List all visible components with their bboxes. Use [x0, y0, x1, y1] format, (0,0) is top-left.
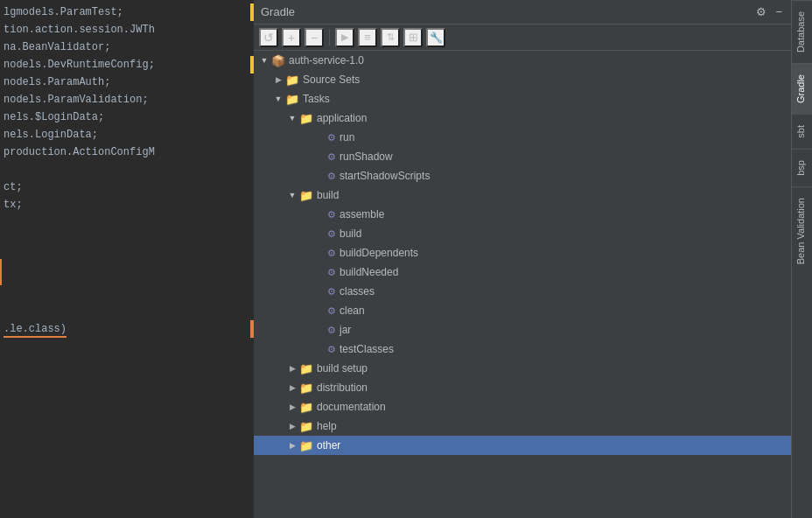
expand-arrow: ▶ [285, 438, 299, 452]
task-gear-icon: ⚙ [327, 209, 336, 220]
tree-item-label: build setup [317, 362, 368, 374]
code-line: nodels.ParamValidation; [0, 91, 254, 108]
tree-item-application[interactable]: ▼ 📁 application [254, 108, 791, 128]
run-button[interactable]: ▶ [335, 28, 354, 47]
task-gear-icon: ⚙ [327, 267, 336, 278]
yellow-marker [250, 56, 254, 74]
code-line: nels.LoginData; [0, 126, 254, 144]
code-line [0, 285, 254, 303]
gradle-panel: Gradle ⚙ − ↺ + − ▶ ≡ ⇅ ⊞ 🔧 ▼ 📦 auth-serv… [254, 0, 791, 518]
tree-item-label: run [340, 131, 354, 144]
code-line: tion.action.session.JWTh [0, 21, 254, 38]
tree-item-run[interactable]: ⚙ run [254, 128, 791, 147]
tree-item-documentation[interactable]: ▶ 📁 documentation [254, 397, 791, 416]
tree-item-label: startShadowScripts [340, 170, 430, 182]
tree-item-label: runShadow [340, 150, 393, 163]
tree-item-tasks[interactable]: ▼ 📁 Tasks [254, 89, 791, 108]
task-gear-icon: ⚙ [327, 248, 336, 259]
wrench-button[interactable]: 🔧 [426, 28, 445, 47]
refresh-button[interactable]: ↺ [259, 28, 278, 47]
task-gear-icon: ⚙ [327, 151, 336, 163]
tab-gradle[interactable]: Gradle [792, 63, 813, 114]
right-side-tabs: Database Gradle sbt bsp Bean Validation [791, 0, 812, 518]
tree-item-auth-service[interactable]: ▼ 📦 auth-service-1.0 [254, 51, 791, 70]
tree-item-help[interactable]: ▶ 📁 help [254, 416, 791, 436]
expand-arrow: ▶ [285, 381, 299, 395]
code-line [0, 248, 254, 266]
task-gear-icon: ⚙ [327, 132, 336, 144]
tab-database[interactable]: Database [792, 0, 813, 63]
tree-item-other[interactable]: ▶ 📁 other [254, 436, 791, 455]
tree-item-classes[interactable]: ⚙ classes [254, 282, 791, 301]
code-line: tx; [0, 196, 254, 214]
minimize-icon[interactable]: − [774, 4, 784, 20]
code-line: nodels.ParamAuth; [0, 74, 254, 91]
tree-item-runShadow[interactable]: ⚙ runShadow [254, 147, 791, 166]
expand-arrow: ▼ [271, 92, 285, 106]
tree-item-label: build [317, 189, 339, 201]
toolbar-separator [329, 30, 330, 46]
code-line: na.BeanValidator; [0, 38, 254, 56]
expand-arrow: ▼ [257, 53, 271, 67]
code-line: lgmodels.ParamTest; [0, 4, 254, 21]
code-line: nodels.DevRuntimeConfig; [0, 56, 254, 74]
task-gear-icon: ⚙ [327, 325, 336, 336]
tree-item-label: build [340, 228, 361, 240]
expand-arrow: ▼ [285, 188, 299, 202]
tree-item-build-folder[interactable]: ▼ 📁 build [254, 186, 791, 205]
tree-item-source-sets[interactable]: ▶ 📁 Source Sets [254, 70, 791, 89]
tree-item-label: help [317, 420, 337, 432]
yellow-marker [250, 4, 254, 21]
tree-item-clean[interactable]: ⚙ clean [254, 301, 791, 320]
folder-icon: 📁 [299, 112, 313, 125]
expand-arrow: ▶ [271, 73, 285, 87]
filter-button[interactable]: ≡ [358, 28, 377, 47]
tree-item-label: testClasses [340, 343, 394, 355]
tree-item-buildNeeded[interactable]: ⚙ buildNeeded [254, 262, 791, 282]
tree-item-build-setup[interactable]: ▶ 📁 build setup [254, 359, 791, 378]
tab-bean-validation[interactable]: Bean Validation [792, 186, 813, 275]
link-button[interactable]: ⊞ [403, 28, 423, 47]
tree-item-label: Source Sets [303, 74, 360, 86]
tree-item-build-task[interactable]: ⚙ build [254, 224, 791, 243]
tree-item-distribution[interactable]: ▶ 📁 distribution [254, 378, 791, 397]
tree-item-label: other [317, 439, 340, 452]
task-gear-icon: ⚙ [327, 171, 336, 182]
tree-item-startShadowScripts[interactable]: ⚙ startShadowScripts [254, 166, 791, 186]
code-line: .le.class) [0, 320, 254, 338]
remove-button[interactable]: − [304, 28, 324, 47]
tree-item-assemble[interactable]: ⚙ assemble [254, 205, 791, 224]
tree-item-label: documentation [317, 401, 386, 413]
add-button[interactable]: + [282, 28, 301, 47]
expand-arrow: ▶ [285, 419, 299, 433]
gradle-toolbar: ↺ + − ▶ ≡ ⇅ ⊞ 🔧 [254, 24, 791, 51]
tree-item-label: buildNeeded [340, 266, 398, 278]
task-gear-icon: ⚙ [327, 286, 336, 298]
tree-item-label: auth-service-1.0 [289, 54, 364, 66]
root-icon: 📦 [271, 54, 285, 67]
folder-icon: 📁 [299, 439, 313, 452]
code-panel: lgmodels.ParamTest; tion.action.session.… [0, 0, 254, 518]
tree-item-label: clean [340, 304, 365, 317]
tree-item-buildDependents[interactable]: ⚙ buildDependents [254, 243, 791, 262]
sort-button[interactable]: ⇅ [381, 28, 400, 47]
tree-item-testClasses[interactable]: ⚙ testClasses [254, 340, 791, 359]
task-gear-icon: ⚙ [327, 305, 336, 317]
folder-icon: 📁 [299, 401, 313, 414]
code-line [0, 266, 254, 284]
expand-arrow: ▼ [285, 111, 299, 125]
gradle-tree[interactable]: ▼ 📦 auth-service-1.0 ▶ 📁 Source Sets ▼ 📁… [254, 51, 791, 518]
tab-bsp[interactable]: bsp [792, 149, 813, 186]
settings-icon[interactable]: ⚙ [754, 4, 768, 20]
expand-arrow: ▶ [285, 400, 299, 414]
folder-icon: 📁 [299, 382, 313, 395]
tab-sbt[interactable]: sbt [792, 114, 813, 149]
tree-item-label: application [317, 112, 367, 124]
code-line [0, 161, 254, 178]
folder-icon: 📁 [299, 362, 313, 375]
orange-marker [250, 320, 254, 338]
code-line: ct; [0, 178, 254, 196]
task-gear-icon: ⚙ [327, 228, 336, 240]
tree-item-jar[interactable]: ⚙ jar [254, 320, 791, 340]
folder-icon: 📁 [285, 93, 299, 106]
